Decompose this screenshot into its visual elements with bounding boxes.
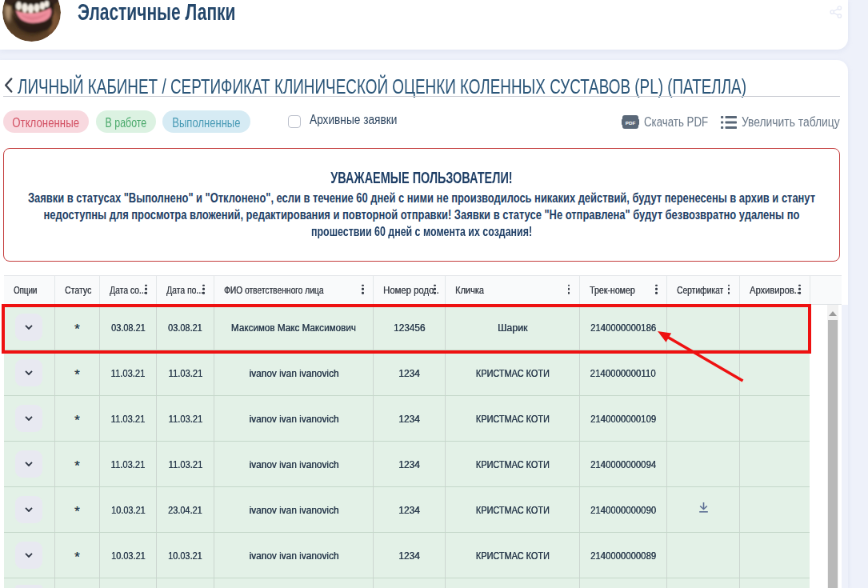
svg-text:PDF: PDF — [626, 120, 636, 126]
